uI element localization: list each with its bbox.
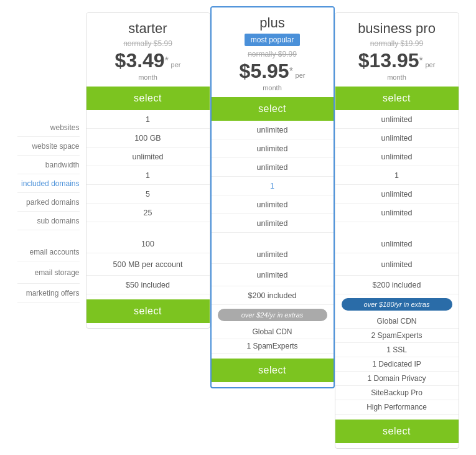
starter-marketing: $50 included: [86, 276, 210, 294]
plus-badge: most popular: [245, 34, 300, 46]
starter-select-top[interactable]: select: [86, 87, 210, 110]
label-email-accounts: email accounts: [17, 243, 80, 261]
starter-sub-domains: 25: [86, 204, 210, 222]
starter-normal-price: normally $5.99: [91, 39, 205, 48]
plus-extras-badge: over $24/yr in extras: [218, 309, 327, 321]
business-pro-parked-domains: unlimited: [335, 185, 459, 204]
plus-website-space: unlimited: [212, 139, 334, 158]
plus-extra-spam: 1 SpamExperts: [212, 339, 334, 354]
business-pro-included-domains: 1: [335, 166, 459, 185]
business-pro-extra-high-performance: High Performance: [335, 400, 459, 415]
business-pro-name: business pro: [340, 21, 454, 37]
plus-included-domains: 1: [212, 177, 334, 195]
business-pro-extra-domain-privacy: 1 Domain Privacy: [335, 372, 459, 386]
label-sub-domains: sub domains: [17, 212, 80, 230]
business-pro-select-top[interactable]: select: [335, 87, 459, 110]
plus-websites: unlimited: [212, 121, 334, 139]
starter-parked-domains: 5: [86, 185, 210, 204]
plus-parked-domains: unlimited: [212, 195, 334, 214]
label-email-storage: email storage: [17, 261, 80, 284]
plus-select-bottom[interactable]: select: [212, 359, 334, 382]
starter-email-accounts: 100: [86, 235, 210, 253]
label-marketing-offers: marketing offers: [17, 284, 80, 303]
plus-price: $5.95* permonth: [217, 60, 329, 92]
label-column: websites website space bandwidth include…: [17, 12, 86, 303]
starter-included-domains: 1: [86, 166, 210, 185]
label-website-space: website space: [17, 137, 80, 156]
label-included-domains: included domains: [17, 174, 80, 193]
plus-amount: $5.95: [240, 60, 289, 82]
business-pro-bandwidth: unlimited: [335, 148, 459, 166]
business-pro-websites: unlimited: [335, 110, 459, 129]
pricing-table: websites website space bandwidth include…: [6, 12, 470, 449]
business-pro-email-accounts: unlimited: [335, 235, 459, 253]
business-pro-extra-cdn: Global CDN: [335, 314, 459, 329]
plus-name: plus: [217, 15, 329, 31]
business-pro-extra-sitebackup: SiteBackup Pro: [335, 386, 459, 400]
plan-plus: plus most popular normally $9.99 $5.95* …: [210, 6, 335, 388]
starter-name: starter: [91, 21, 205, 37]
business-pro-extra-ssl: 1 SSL: [335, 343, 459, 357]
label-parked-domains: parked domains: [17, 193, 80, 212]
starter-websites: 1: [86, 110, 210, 129]
starter-price: $3.49* permonth: [91, 49, 205, 82]
business-pro-normal-price: normally $19.99: [340, 39, 454, 48]
business-pro-extras-badge: over $180/yr in extras: [342, 298, 452, 311]
business-pro-extra-dedicated-ip: 1 Dedicated IP: [335, 357, 459, 372]
business-pro-sub-domains: unlimited: [335, 204, 459, 222]
starter-header: starter normally $5.99 $3.49* permonth: [86, 13, 210, 87]
starter-email-storage: 500 MB per account: [86, 253, 210, 276]
plus-email-accounts: unlimited: [212, 245, 334, 264]
plus-sub-domains: unlimited: [212, 214, 334, 233]
plus-marketing: $200 included: [212, 286, 334, 305]
business-pro-email-storage: unlimited: [335, 253, 459, 276]
business-pro-marketing: $200 included: [335, 276, 459, 294]
plus-bandwidth: unlimited: [212, 158, 334, 177]
business-pro-amount: $13.95: [358, 49, 419, 72]
label-websites: websites: [17, 118, 80, 137]
starter-website-space: 100 GB: [86, 129, 210, 148]
business-pro-header: business pro normally $19.99 $13.95* per…: [335, 13, 459, 87]
starter-amount: $3.49: [115, 49, 165, 72]
plus-select-top[interactable]: select: [212, 97, 334, 121]
plus-email-storage: unlimited: [212, 264, 334, 286]
plus-header: plus most popular normally $9.99 $5.95* …: [212, 7, 334, 97]
business-pro-website-space: unlimited: [335, 129, 459, 148]
business-pro-select-bottom[interactable]: select: [335, 420, 459, 443]
plus-normal-price: normally $9.99: [217, 50, 329, 59]
plan-starter: starter normally $5.99 $3.49* permonth s…: [86, 12, 210, 329]
starter-bandwidth: unlimited: [86, 148, 210, 166]
plus-extra-cdn: Global CDN: [212, 325, 334, 339]
plan-business-pro: business pro normally $19.99 $13.95* per…: [335, 12, 459, 449]
business-pro-extra-spam: 2 SpamExperts: [335, 329, 459, 343]
business-pro-price: $13.95* permonth: [340, 49, 454, 82]
label-bandwidth: bandwidth: [17, 156, 80, 174]
starter-select-bottom[interactable]: select: [86, 299, 210, 323]
